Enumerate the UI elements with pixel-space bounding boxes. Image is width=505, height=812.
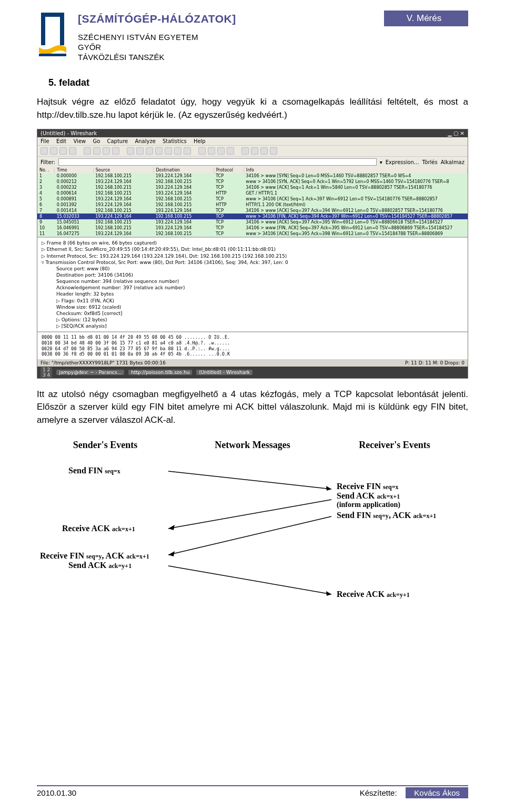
tree-line[interactable]: Checksum: 0xf8d5 [correct] — [42, 310, 463, 317]
diag-col-receiver: Receiver's Events — [359, 440, 430, 450]
toolbar-icon[interactable] — [165, 147, 172, 155]
tree-line[interactable]: ▷ Ethernet II, Src: SunMicro_20:49:55 (0… — [42, 246, 463, 252]
zoom-in-icon[interactable] — [198, 147, 206, 155]
tree-line[interactable]: ▷ Frame 8 (66 bytes on wire, 66 bytes ca… — [42, 240, 463, 246]
packet-details-tree[interactable]: ▷ Frame 8 (66 bytes on wire, 66 bytes ca… — [37, 237, 468, 331]
toolbar-icon[interactable] — [260, 147, 268, 155]
tree-line[interactable]: Source port: www (80) — [42, 266, 463, 272]
menu-capture[interactable]: Capture — [107, 138, 128, 144]
filter-input[interactable] — [58, 158, 377, 166]
col-no[interactable]: No. . — [37, 167, 55, 173]
toolbar-icon[interactable] — [127, 147, 134, 155]
diag-recv-ack-x1: Receive ACK ack=x+1 — [62, 524, 135, 533]
menu-go[interactable]: Go — [93, 138, 100, 144]
toolbar-icon[interactable] — [93, 147, 100, 155]
tree-line[interactable]: ▷ Internet Protocol, Src: 193.224.129.16… — [42, 253, 463, 259]
menu-analyze[interactable]: Analyze — [135, 138, 155, 144]
toolbar-icon[interactable] — [103, 147, 110, 155]
svg-line-11 — [168, 566, 331, 594]
toolbar-icon[interactable] — [174, 147, 181, 155]
col-src[interactable]: Source — [93, 167, 153, 173]
packet-list[interactable]: No. . Time Source Destination Protocol I… — [37, 167, 468, 237]
toolbar-icon[interactable] — [184, 147, 191, 155]
tree-line[interactable]: Header length: 32 bytes — [42, 291, 463, 297]
packet-row[interactable]: 20.000212193.224.129.164192.168.100.215T… — [37, 179, 468, 185]
packet-row[interactable]: 1116.047275193.224.129.164192.168.100.21… — [37, 231, 468, 237]
filter-apply-button[interactable]: Alkalmaz — [441, 159, 464, 165]
toolbar-icon[interactable] — [41, 147, 48, 155]
col-info[interactable]: Info — [244, 167, 467, 173]
ws-taskbar[interactable]: 1 23 4 jampy@dev: ~ - Parancs... http://… — [37, 367, 468, 378]
toolbar-icon[interactable] — [155, 147, 163, 155]
city-name: GYŐR — [78, 43, 375, 52]
col-dst[interactable]: Destination — [154, 167, 214, 173]
toolbar-icon[interactable] — [84, 147, 91, 155]
filter-clear-button[interactable]: Törlés — [422, 159, 438, 165]
zoom-out-icon[interactable] — [208, 147, 215, 155]
diag-send-ack-x1: Send ACK ack=x+1 — [337, 491, 400, 500]
packet-row[interactable]: 40.000614192.168.100.215193.224.129.164H… — [37, 190, 468, 196]
tree-line[interactable]: ▷ Flags: 0x11 (FIN, ACK) — [42, 298, 463, 304]
ws-window-titlebar: (Untitled) - Wireshark ▁ ▢ ✕ — [37, 129, 468, 137]
menu-help[interactable]: Help — [194, 138, 206, 144]
tree-line[interactable]: Acknowledgement number: 397 (relative ac… — [42, 285, 463, 291]
toolbar-icon[interactable] — [146, 147, 153, 155]
footer-author: Kovács Ákos — [406, 787, 468, 798]
ws-workspace-icon[interactable]: 1 23 4 — [41, 367, 52, 378]
packet-row[interactable]: 815.032033193.224.129.164192.168.100.215… — [37, 214, 468, 219]
ws-toolbar[interactable] — [37, 145, 468, 157]
course-title: [SZÁMÍTÓGÉP-HÁLÓZATOK] — [78, 13, 375, 25]
packet-row[interactable]: 70.001414192.168.100.215193.224.129.164T… — [37, 208, 468, 214]
col-time[interactable]: Time — [55, 167, 94, 173]
resize-icon[interactable] — [227, 147, 234, 155]
taskbar-tab[interactable]: http://poisson.tilb.sze.hu — [128, 370, 192, 375]
packet-row[interactable]: 1016.046991192.168.100.215193.224.129.16… — [37, 225, 468, 231]
hex-line: 0020 64 d7 00 50 85 3a a6 94 23 77 05 67… — [42, 346, 463, 352]
tree-line[interactable]: Sequence number: 394 (relative sequence … — [42, 278, 463, 285]
svg-rect-3 — [60, 13, 64, 45]
tree-line[interactable]: ▷ [SEQ/ACK analysis] — [42, 323, 463, 329]
tree-line[interactable]: Destination port: 34106 (34106) — [42, 272, 463, 278]
page-footer: 2010.01.30 Készítette: Kovács Ákos — [37, 785, 468, 797]
tree-line[interactable]: Window size: 6912 (scaled) — [42, 304, 463, 310]
toolbar-icon[interactable] — [112, 147, 119, 155]
task-paragraph-1: Hajtsuk végre az előző feladatot úgy, ho… — [37, 96, 468, 121]
taskbar-tab[interactable]: jampy@dev: ~ - Parancs... — [56, 370, 124, 375]
packet-row[interactable]: 50.000891193.224.129.164192.168.100.215T… — [37, 196, 468, 202]
menu-statistics[interactable]: Statistics — [163, 138, 187, 144]
svg-line-7 — [168, 500, 331, 529]
taskbar-tab[interactable]: (Untitled) - Wireshark — [196, 370, 252, 375]
packet-row[interactable]: 10.000000192.168.100.215193.224.129.164T… — [37, 173, 468, 179]
toolbar-icon[interactable] — [251, 147, 258, 155]
col-proto[interactable]: Protocol — [214, 167, 244, 173]
toolbar-icon[interactable] — [50, 147, 57, 155]
ws-menubar[interactable]: File Edit View Go Capture Analyze Statis… — [37, 137, 468, 145]
task-heading: 5. feladat — [48, 77, 468, 88]
svg-rect-1 — [41, 13, 45, 45]
university-name: SZÉCHENYI ISTVÁN EGYETEM — [78, 33, 375, 42]
tree-line[interactable]: ▿ Transmission Control Protocol, Src Por… — [42, 259, 463, 266]
packet-row[interactable]: 30.000232192.168.100.215193.224.129.164T… — [37, 185, 468, 190]
menu-file[interactable]: File — [41, 138, 49, 144]
svg-rect-4 — [39, 54, 66, 56]
packet-row[interactable]: 915.045051192.168.100.215193.224.129.164… — [37, 219, 468, 225]
packet-hex-dump[interactable]: 0000 00 11 11 bb d8 01 00 14 4f 20 49 55… — [37, 331, 468, 359]
toolbar-icon[interactable] — [136, 147, 144, 155]
diag-send-fin-y: Send FIN seq=y, ACK ack=x+1 — [337, 511, 436, 520]
menu-view[interactable]: View — [73, 138, 86, 144]
svg-marker-12 — [326, 591, 331, 596]
filter-expression-button[interactable]: Expression... — [386, 159, 419, 165]
wireshark-screenshot: (Untitled) - Wireshark ▁ ▢ ✕ File Edit V… — [37, 129, 468, 378]
toolbar-icon[interactable] — [69, 147, 76, 155]
tree-line[interactable]: ▷ Options: (12 bytes) — [42, 317, 463, 323]
toolbar-icon[interactable] — [270, 147, 277, 155]
toolbar-icon[interactable] — [241, 147, 249, 155]
zoom-reset-icon[interactable] — [217, 147, 225, 155]
footer-rule — [37, 785, 468, 786]
menu-edit[interactable]: Edit — [56, 138, 66, 144]
diag-recv-ack-y1: Receive ACK ack=y+1 — [337, 590, 410, 598]
packet-row[interactable]: 60.001392193.224.129.164192.168.100.215H… — [37, 202, 468, 208]
toolbar-icon[interactable] — [59, 147, 67, 155]
ws-filter-bar[interactable]: Filter: ▾ Expression... Törlés Alkalmaz — [37, 157, 468, 167]
department-name: TÁVKÖZLÉSI TANSZÉK — [78, 53, 375, 62]
